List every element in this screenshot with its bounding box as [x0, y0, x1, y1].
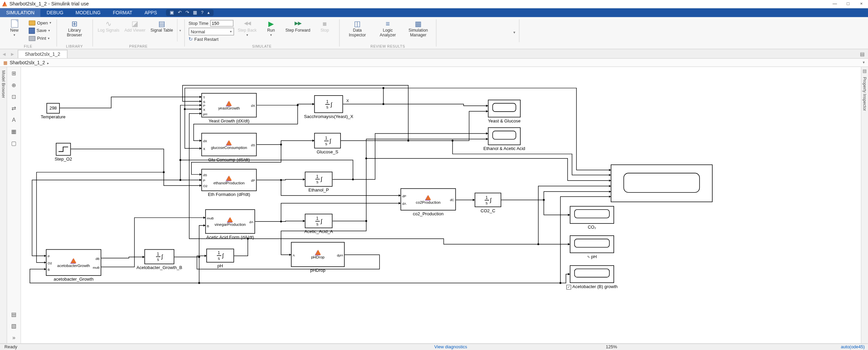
stop-time-input[interactable] — [210, 20, 233, 27]
modeling-options-icon[interactable]: ▧ — [9, 322, 19, 330]
ethanol-production-block[interactable]: ethanolProductiondSPO2dP — [202, 169, 257, 191]
close-button[interactable]: × — [855, 0, 868, 8]
expand-palette-icon[interactable]: » — [9, 333, 19, 341]
minimize-button[interactable]: — — [828, 0, 841, 8]
ribbon-tab-modeling[interactable]: MODELING — [69, 8, 107, 17]
save-icon[interactable]: ▣ — [170, 10, 174, 16]
simulation-mode-dropdown[interactable]: Normal ▾ — [189, 28, 234, 35]
ribbon-tab-simulation[interactable]: SIMULATION — [0, 8, 40, 17]
wire[interactable] — [257, 104, 314, 105]
fit-to-view-icon[interactable]: ⊡ — [9, 93, 19, 100]
temperature-label[interactable]: Temperature — [41, 115, 66, 120]
area-select-icon[interactable]: ▦ — [9, 127, 19, 135]
data-inspector-button[interactable]: ◫ Data Inspector — [344, 19, 371, 38]
fast-restart-toggle[interactable]: ↻ Fast Restart — [189, 36, 234, 42]
wire[interactable] — [366, 159, 611, 181]
scope-co2-label[interactable]: CO₂ — [588, 225, 596, 230]
step-o2-block[interactable] — [56, 143, 71, 155]
breadcrumb-dropdown-icon[interactable]: ▾ — [863, 60, 865, 65]
yeast-growth-block[interactable]: yeastGrowthTSPXpHdX — [202, 93, 257, 118]
zoom-icon[interactable]: ⊕ — [9, 81, 19, 89]
wire[interactable] — [199, 226, 205, 257]
yeast-growth-label[interactable]: Yeast Growth (dX/dt) — [209, 118, 249, 123]
wire[interactable] — [341, 111, 488, 140]
scope-ph-label[interactable]: ✎pH — [587, 254, 597, 259]
viewmark-icon[interactable]: ▢ — [9, 139, 19, 147]
scope-co2-block[interactable] — [570, 206, 614, 224]
ribbon-tab-format[interactable]: FORMAT — [107, 8, 138, 17]
co2-production-block[interactable]: co2ProductiondPdAdC — [401, 188, 456, 211]
glucose-consumption-label[interactable]: Glu Consump (dS/dt) — [208, 157, 250, 162]
step-back-button[interactable]: ◀◀ Step Back ▾ — [237, 19, 258, 37]
toolstrip-flyout-icon[interactable]: ▾ — [514, 31, 516, 35]
help-icon[interactable]: ? — [201, 10, 204, 16]
wire[interactable] — [544, 200, 570, 215]
acetobacter-growth-label[interactable]: acetobacter_Growth — [54, 277, 93, 282]
acetobacter-growth-block[interactable]: acetobacterGrowthPO2BdBmuB — [46, 249, 101, 276]
co2-production-label[interactable]: co2_Production — [413, 212, 444, 217]
integrator-ph-label[interactable]: pH — [218, 264, 223, 269]
scope-acetobacter-block[interactable] — [570, 265, 614, 283]
simulation-manager-button[interactable]: ▦ Simulation Manager — [404, 19, 432, 38]
print-button[interactable]: Print▾ — [28, 35, 52, 42]
temperature-block[interactable]: 298 — [47, 103, 60, 114]
integrator-x-label[interactable]: Sacchromaysis(Yeast)_X — [304, 114, 353, 119]
ribbon-tab-apps[interactable]: APPS — [138, 8, 163, 17]
scope-acetobacter-label[interactable]: ✓Acetobacter (B) growth — [566, 284, 618, 289]
forward-icon[interactable]: ▶ — [8, 52, 16, 58]
wire[interactable] — [281, 203, 401, 222]
maximize-button[interactable]: □ — [841, 0, 855, 8]
panel-layout-icon[interactable]: ▤ — [860, 51, 868, 58]
redo-icon[interactable]: ↷ — [186, 10, 189, 16]
wire[interactable] — [185, 109, 202, 149]
solver-indicator[interactable]: auto(ode45) — [841, 345, 865, 350]
wire[interactable] — [101, 257, 144, 258]
integrator-s-block[interactable]: 1s∫ — [314, 133, 341, 149]
scope-ethanol-acetic-label[interactable]: Ethanol & Acetic Acid — [483, 146, 525, 151]
ph-drop-block[interactable]: pHDropAdpH — [291, 242, 345, 267]
show-model-browser-icon[interactable]: ⊞ — [9, 69, 19, 77]
scope-ph-block[interactable] — [570, 235, 614, 253]
document-tab[interactable]: Sharbot2slx_1_2 — [18, 50, 67, 58]
integrator-p-label[interactable]: Ethanol_P — [309, 188, 329, 193]
back-icon[interactable]: ◀ — [0, 52, 8, 58]
view-diagnostics-link[interactable]: View diagnostics — [434, 345, 467, 350]
integrator-x-block[interactable]: 1s∫ — [314, 95, 343, 113]
property-inspector-rail[interactable]: ▤ Property Inspector — [861, 67, 868, 343]
pan-icon[interactable]: ⇄ — [9, 104, 19, 112]
wire[interactable] — [501, 191, 611, 200]
scope-main-block[interactable] — [611, 165, 713, 202]
integrator-a-label[interactable]: Acetic_Acid_A — [305, 229, 333, 234]
scope-yeast-glucose-label[interactable]: Yeast & Glucose — [488, 118, 521, 123]
wire[interactable] — [257, 141, 314, 145]
scope-yeast-glucose-block[interactable] — [488, 100, 521, 117]
screenshot-icon[interactable]: ▦ — [193, 10, 197, 16]
integrator-s-label[interactable]: Glucose_S — [317, 150, 338, 155]
integrator-a-block[interactable]: 1s∫ — [305, 214, 332, 228]
wire[interactable] — [180, 160, 202, 180]
vinegar-production-label[interactable]: Acetic Acid Form (dA/dt) — [206, 235, 254, 240]
new-button[interactable]: New ▾ — [4, 19, 25, 37]
integrator-c-label[interactable]: CO2_C — [481, 208, 495, 213]
ph-drop-label[interactable]: pHDrop — [310, 268, 326, 273]
run-button[interactable]: ▶ Run ▾ — [261, 19, 282, 37]
undo-icon[interactable]: ↶ — [178, 10, 181, 16]
scope-ethanol-acetic-block[interactable] — [488, 127, 521, 145]
annotation-icon[interactable]: A — [9, 116, 19, 123]
wire[interactable] — [332, 133, 488, 179]
model-canvas[interactable]: 298TemperatureStep_O2yeastGrowthTSPXpHdX… — [21, 67, 861, 343]
logic-analyzer-button[interactable]: ≡ Logic Analyzer — [374, 19, 401, 38]
wire[interactable] — [255, 221, 305, 222]
collapse-ribbon-icon[interactable]: ▴ — [207, 10, 210, 16]
model-browser-rail[interactable]: Model Browser — [0, 67, 7, 343]
integrator-c-block[interactable]: 1s∫ — [475, 193, 501, 207]
open-button[interactable]: Open▾ — [28, 19, 52, 27]
vinegar-production-block[interactable]: vinegarProductionmuBBdA — [205, 209, 255, 234]
integrator-p-block[interactable]: 1s∫ — [305, 172, 332, 187]
library-browser-button[interactable]: ⊞ Library Browser — [60, 19, 88, 38]
ribbon-tab-debug[interactable]: DEBUG — [40, 8, 69, 17]
wire[interactable] — [32, 180, 180, 256]
integrator-b-label[interactable]: Acetobacter_Growth_B — [136, 265, 182, 270]
step-forward-button[interactable]: ▶▶ Step Forward — [284, 19, 312, 33]
integrator-b-block[interactable]: 1s∫ — [144, 249, 174, 264]
